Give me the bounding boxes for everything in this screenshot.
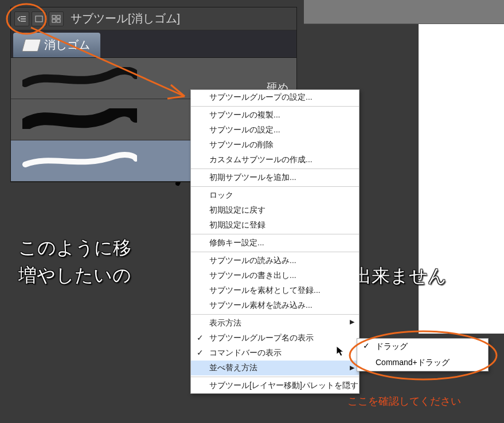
sort-submenu: ドラッグ✓Command+ドラッグ — [357, 338, 489, 371]
context-menu-item[interactable]: サブツール素材を読み込み... — [191, 298, 359, 313]
context-menu-item[interactable]: ロック — [191, 186, 359, 203]
brush-stroke-preview — [22, 108, 137, 129]
checkmark-icon: ✓ — [363, 341, 370, 350]
context-menu-item[interactable]: サブツールの削除 — [191, 138, 359, 152]
context-menu-item[interactable]: 初期サブツールを追加... — [191, 169, 359, 185]
panel-icon-a[interactable] — [32, 11, 46, 26]
tab-label: 消しゴム — [44, 37, 90, 53]
sort-submenu-item[interactable]: ドラッグ✓ — [357, 339, 488, 355]
submenu-arrow-icon: ▶ — [350, 364, 354, 371]
annotation-hint: ここを確認してください — [347, 394, 461, 408]
context-menu: サブツールグループの設定...サブツールの複製...サブツールの設定...サブツ… — [190, 89, 360, 394]
context-menu-item[interactable]: サブツール[レイヤー移動]パレットを隠す — [191, 377, 359, 393]
context-menu-item[interactable]: サブツールの読み込み... — [191, 252, 359, 268]
brush-stroke-preview — [22, 67, 137, 88]
svg-rect-1 — [52, 15, 56, 18]
context-menu-item[interactable]: サブツールグループの設定... — [191, 90, 359, 105]
brush-stroke-preview — [22, 150, 137, 170]
panel-header: サブツール[消しゴム] — [11, 7, 296, 30]
checkmark-icon: ✓ — [197, 333, 204, 342]
submenu-arrow-icon: ▶ — [350, 318, 354, 326]
svg-rect-3 — [52, 19, 56, 22]
context-menu-item[interactable]: サブツールの書き出し... — [191, 268, 359, 283]
context-menu-item[interactable]: カスタムサブツールの作成... — [191, 152, 359, 167]
checkmark-icon: ✓ — [197, 348, 204, 357]
annotation-text-right: 出来ません — [353, 264, 447, 289]
context-menu-item[interactable]: サブツールを素材として登録... — [191, 283, 359, 298]
panel-menu-icon[interactable] — [14, 11, 29, 26]
context-menu-item[interactable]: 並べ替え方法▶ — [191, 361, 359, 375]
context-menu-item[interactable]: 初期設定に登録 — [191, 218, 359, 233]
sort-submenu-item[interactable]: Command+ドラッグ — [357, 355, 488, 371]
svg-rect-4 — [57, 19, 60, 22]
eraser-icon — [22, 39, 41, 52]
svg-rect-0 — [36, 16, 42, 22]
context-menu-item[interactable]: 表示方法▶ — [191, 314, 359, 331]
context-menu-item[interactable]: 修飾キー設定... — [191, 234, 359, 250]
tab-row: 消しゴム — [11, 30, 296, 58]
panel-icon-b[interactable] — [49, 11, 64, 26]
context-menu-item[interactable]: 初期設定に戻す — [191, 203, 359, 218]
context-menu-item[interactable]: サブツールの複製... — [191, 106, 359, 123]
svg-rect-2 — [57, 15, 60, 18]
annotation-text-left: このように移 増やしたいの — [18, 234, 131, 289]
context-menu-item[interactable]: サブツールの設定... — [191, 123, 359, 138]
app-toolbar — [304, 0, 504, 24]
context-menu-item[interactable]: コマンドバーの表示✓ — [191, 346, 359, 361]
panel-title: サブツール[消しゴム] — [71, 11, 180, 26]
tab-eraser[interactable]: 消しゴム — [13, 33, 100, 57]
context-menu-item[interactable]: サブツールグループ名の表示✓ — [191, 331, 359, 346]
